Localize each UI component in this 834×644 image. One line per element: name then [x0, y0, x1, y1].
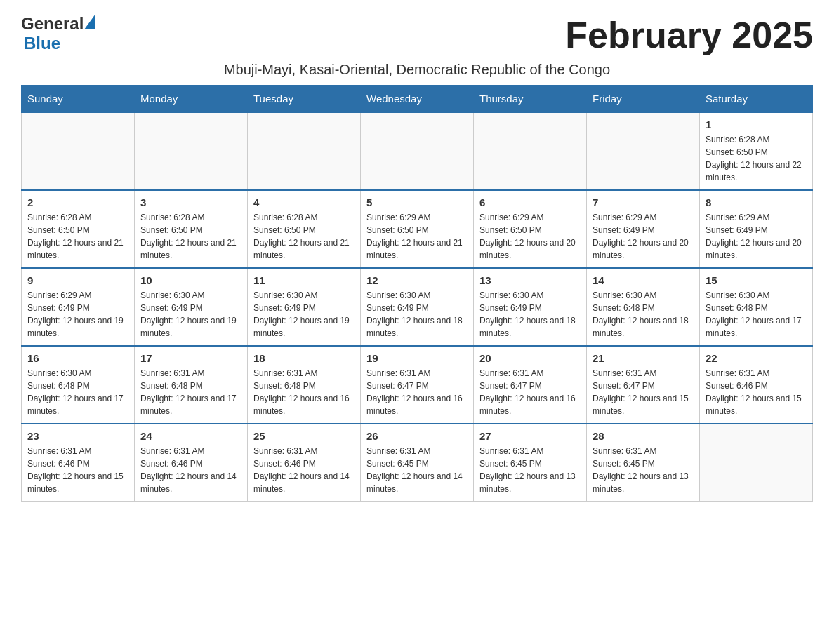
calendar-day-cell: 21Sunrise: 6:31 AMSunset: 6:47 PMDayligh… — [587, 346, 700, 424]
day-info: Sunrise: 6:30 AMSunset: 6:49 PMDaylight:… — [140, 289, 241, 340]
day-info: Sunrise: 6:29 AMSunset: 6:50 PMDaylight:… — [366, 211, 468, 262]
calendar-week-row: 1Sunrise: 6:28 AMSunset: 6:50 PMDaylight… — [22, 112, 813, 190]
day-header-saturday: Saturday — [700, 86, 813, 113]
day-info: Sunrise: 6:31 AMSunset: 6:48 PMDaylight:… — [253, 367, 355, 417]
calendar-day-cell — [22, 112, 135, 190]
day-header-friday: Friday — [587, 86, 700, 113]
day-info: Sunrise: 6:30 AMSunset: 6:49 PMDaylight:… — [253, 289, 355, 340]
day-number: 18 — [253, 352, 355, 364]
day-info: Sunrise: 6:31 AMSunset: 6:46 PMDaylight:… — [706, 367, 807, 417]
calendar-day-cell — [587, 112, 700, 190]
calendar-day-cell — [700, 424, 813, 502]
day-info: Sunrise: 6:30 AMSunset: 6:48 PMDaylight:… — [593, 289, 694, 340]
day-number: 16 — [27, 352, 128, 364]
day-number: 5 — [366, 196, 468, 208]
day-number: 14 — [593, 274, 694, 286]
day-number: 22 — [706, 352, 807, 364]
calendar-week-row: 9Sunrise: 6:29 AMSunset: 6:49 PMDaylight… — [22, 268, 813, 346]
day-number: 28 — [593, 430, 694, 442]
calendar-table: SundayMondayTuesdayWednesdayThursdayFrid… — [21, 85, 813, 502]
day-info: Sunrise: 6:29 AMSunset: 6:50 PMDaylight:… — [479, 211, 581, 262]
calendar-day-cell: 23Sunrise: 6:31 AMSunset: 6:46 PMDayligh… — [22, 424, 135, 502]
day-info: Sunrise: 6:31 AMSunset: 6:47 PMDaylight:… — [593, 367, 694, 417]
calendar-week-row: 16Sunrise: 6:30 AMSunset: 6:48 PMDayligh… — [22, 346, 813, 424]
day-number: 19 — [366, 352, 468, 364]
day-info: Sunrise: 6:29 AMSunset: 6:49 PMDaylight:… — [593, 211, 694, 262]
day-number: 21 — [593, 352, 694, 364]
day-header-tuesday: Tuesday — [248, 86, 361, 113]
calendar-day-cell: 16Sunrise: 6:30 AMSunset: 6:48 PMDayligh… — [22, 346, 135, 424]
day-info: Sunrise: 6:28 AMSunset: 6:50 PMDaylight:… — [706, 133, 807, 184]
day-info: Sunrise: 6:29 AMSunset: 6:49 PMDaylight:… — [27, 289, 128, 340]
day-number: 26 — [366, 430, 468, 442]
logo-triangle-icon — [84, 14, 95, 29]
day-number: 24 — [140, 430, 241, 442]
day-number: 23 — [27, 430, 128, 442]
day-number: 20 — [479, 352, 581, 364]
calendar-day-cell: 24Sunrise: 6:31 AMSunset: 6:46 PMDayligh… — [135, 424, 248, 502]
calendar-day-cell: 9Sunrise: 6:29 AMSunset: 6:49 PMDaylight… — [22, 268, 135, 346]
calendar-day-cell: 11Sunrise: 6:30 AMSunset: 6:49 PMDayligh… — [248, 268, 361, 346]
day-number: 12 — [366, 274, 468, 286]
calendar-day-cell: 12Sunrise: 6:30 AMSunset: 6:49 PMDayligh… — [361, 268, 474, 346]
day-header-wednesday: Wednesday — [361, 86, 474, 113]
calendar-day-cell: 2Sunrise: 6:28 AMSunset: 6:50 PMDaylight… — [22, 190, 135, 268]
calendar-day-cell — [361, 112, 474, 190]
calendar-day-cell: 28Sunrise: 6:31 AMSunset: 6:45 PMDayligh… — [587, 424, 700, 502]
day-number: 17 — [140, 352, 241, 364]
day-header-sunday: Sunday — [22, 86, 135, 113]
calendar-day-cell: 27Sunrise: 6:31 AMSunset: 6:45 PMDayligh… — [474, 424, 587, 502]
calendar-day-cell: 8Sunrise: 6:29 AMSunset: 6:49 PMDaylight… — [700, 190, 813, 268]
calendar-day-cell: 25Sunrise: 6:31 AMSunset: 6:46 PMDayligh… — [248, 424, 361, 502]
day-info: Sunrise: 6:31 AMSunset: 6:45 PMDaylight:… — [479, 445, 581, 495]
day-info: Sunrise: 6:31 AMSunset: 6:47 PMDaylight:… — [479, 367, 581, 417]
calendar-week-row: 23Sunrise: 6:31 AMSunset: 6:46 PMDayligh… — [22, 424, 813, 502]
day-info: Sunrise: 6:31 AMSunset: 6:47 PMDaylight:… — [366, 367, 468, 417]
day-number: 13 — [479, 274, 581, 286]
day-number: 7 — [593, 196, 694, 208]
calendar-day-cell: 18Sunrise: 6:31 AMSunset: 6:48 PMDayligh… — [248, 346, 361, 424]
calendar-day-cell — [135, 112, 248, 190]
calendar-day-cell: 7Sunrise: 6:29 AMSunset: 6:49 PMDaylight… — [587, 190, 700, 268]
calendar-day-cell: 20Sunrise: 6:31 AMSunset: 6:47 PMDayligh… — [474, 346, 587, 424]
calendar-day-cell — [248, 112, 361, 190]
calendar-day-cell: 17Sunrise: 6:31 AMSunset: 6:48 PMDayligh… — [135, 346, 248, 424]
day-info: Sunrise: 6:30 AMSunset: 6:49 PMDaylight:… — [366, 289, 468, 340]
calendar-day-cell: 26Sunrise: 6:31 AMSunset: 6:45 PMDayligh… — [361, 424, 474, 502]
calendar-day-cell: 10Sunrise: 6:30 AMSunset: 6:49 PMDayligh… — [135, 268, 248, 346]
calendar-day-cell: 22Sunrise: 6:31 AMSunset: 6:46 PMDayligh… — [700, 346, 813, 424]
day-info: Sunrise: 6:31 AMSunset: 6:45 PMDaylight:… — [366, 445, 468, 495]
calendar-day-cell: 15Sunrise: 6:30 AMSunset: 6:48 PMDayligh… — [700, 268, 813, 346]
logo-general-text: General — [21, 14, 84, 34]
day-info: Sunrise: 6:31 AMSunset: 6:48 PMDaylight:… — [140, 367, 241, 417]
day-header-thursday: Thursday — [474, 86, 587, 113]
calendar-week-row: 2Sunrise: 6:28 AMSunset: 6:50 PMDaylight… — [22, 190, 813, 268]
day-info: Sunrise: 6:31 AMSunset: 6:46 PMDaylight:… — [140, 445, 241, 495]
day-number: 8 — [706, 196, 807, 208]
calendar-day-cell: 14Sunrise: 6:30 AMSunset: 6:48 PMDayligh… — [587, 268, 700, 346]
calendar-day-cell: 4Sunrise: 6:28 AMSunset: 6:50 PMDaylight… — [248, 190, 361, 268]
calendar-subtitle: Mbuji-Mayi, Kasai-Oriental, Democratic R… — [21, 62, 813, 78]
day-info: Sunrise: 6:28 AMSunset: 6:50 PMDaylight:… — [140, 211, 241, 262]
day-info: Sunrise: 6:30 AMSunset: 6:48 PMDaylight:… — [27, 367, 128, 417]
day-info: Sunrise: 6:30 AMSunset: 6:49 PMDaylight:… — [479, 289, 581, 340]
day-info: Sunrise: 6:30 AMSunset: 6:48 PMDaylight:… — [706, 289, 807, 340]
calendar-day-cell: 6Sunrise: 6:29 AMSunset: 6:50 PMDaylight… — [474, 190, 587, 268]
month-title: February 2025 — [565, 14, 813, 56]
calendar-day-cell: 5Sunrise: 6:29 AMSunset: 6:50 PMDaylight… — [361, 190, 474, 268]
day-number: 27 — [479, 430, 581, 442]
day-number: 2 — [27, 196, 128, 208]
day-info: Sunrise: 6:29 AMSunset: 6:49 PMDaylight:… — [706, 211, 807, 262]
logo-blue-text: Blue — [24, 34, 60, 53]
day-number: 11 — [253, 274, 355, 286]
header: General Blue February 2025 — [21, 14, 813, 56]
day-number: 4 — [253, 196, 355, 208]
calendar-day-cell: 19Sunrise: 6:31 AMSunset: 6:47 PMDayligh… — [361, 346, 474, 424]
day-number: 25 — [253, 430, 355, 442]
calendar-day-cell: 1Sunrise: 6:28 AMSunset: 6:50 PMDaylight… — [700, 112, 813, 190]
calendar-day-cell — [474, 112, 587, 190]
day-number: 9 — [27, 274, 128, 286]
calendar-day-cell: 13Sunrise: 6:30 AMSunset: 6:49 PMDayligh… — [474, 268, 587, 346]
day-number: 6 — [479, 196, 581, 208]
day-header-monday: Monday — [135, 86, 248, 113]
